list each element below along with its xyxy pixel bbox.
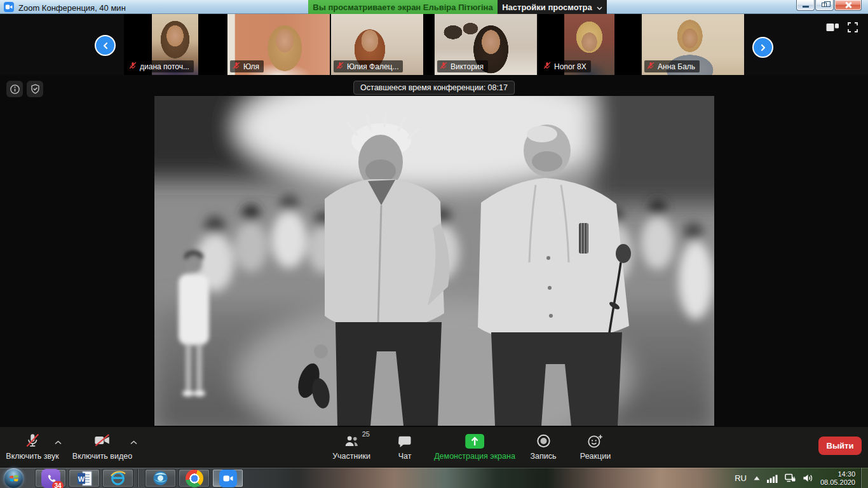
participant-name: Юля	[243, 62, 259, 71]
fullscreen-icon[interactable]	[848, 22, 858, 35]
mic-off-icon	[543, 62, 551, 71]
taskbar-ie-button[interactable]	[102, 469, 133, 487]
participant-tile[interactable]: Юля	[227, 14, 330, 75]
view-settings-label: Настройки просмотра	[502, 3, 592, 12]
participant-tile[interactable]: Виктория	[435, 14, 537, 75]
windows-logo-icon	[8, 472, 20, 485]
triangle-up-icon	[754, 476, 760, 480]
chevron-left-icon	[102, 42, 109, 50]
windows-taskbar: 34 W RU	[0, 467, 868, 488]
video-options-caret[interactable]	[130, 436, 137, 447]
signal-strength-icon[interactable]	[767, 473, 778, 483]
participant-tile[interactable]: Анна Баль	[642, 14, 744, 75]
language-indicator[interactable]: RU	[735, 473, 747, 483]
taskbar-chrome-button[interactable]	[179, 469, 210, 487]
start-video-button[interactable]: Включить видео	[72, 432, 132, 461]
show-desktop-button[interactable]	[860, 468, 868, 488]
chat-button[interactable]: Чат	[397, 432, 412, 461]
share-screen-label: Демонстрация экрана	[434, 452, 515, 461]
veterans-photo	[154, 96, 714, 426]
taskbar-browser-button[interactable]	[145, 469, 176, 487]
participants-icon: 25	[343, 432, 360, 449]
shield-check-icon	[31, 84, 40, 94]
taskbar-word-button[interactable]: W	[69, 469, 100, 487]
mic-off-icon	[24, 432, 41, 449]
mic-off-icon	[336, 62, 344, 71]
tray-clock[interactable]: 14:30 08.05.2020	[820, 470, 855, 487]
taskbar-separator	[137, 469, 138, 487]
zoom-icon	[219, 470, 237, 487]
start-video-label: Включить видео	[72, 452, 132, 461]
volume-icon[interactable]	[803, 473, 813, 483]
chat-label: Чат	[398, 452, 412, 461]
participant-name: Юлия Фалец...	[347, 62, 398, 71]
participants-count: 25	[362, 430, 370, 438]
screen-share-banner: Вы просматриваете экран Ельвіра Пітюгіна	[308, 0, 498, 14]
restore-button[interactable]	[815, 0, 834, 11]
participant-name: Анна Баль	[658, 62, 695, 71]
hidden-icons-caret[interactable]	[754, 476, 760, 480]
participant-name: диана поточ...	[140, 62, 189, 71]
word-icon: W	[76, 470, 93, 487]
mic-off-icon	[647, 62, 654, 71]
tray-time: 14:30	[820, 470, 855, 478]
participant-name: Виктория	[451, 62, 484, 71]
reactions-icon	[587, 432, 604, 449]
participant-tile[interactable]: Honor 8X	[538, 14, 641, 75]
chevron-up-icon	[130, 440, 137, 445]
info-icon	[10, 85, 20, 94]
participants-button[interactable]: 25 Участники	[332, 432, 370, 461]
tray-date: 08.05.2020	[820, 478, 855, 487]
taskbar-viber-button[interactable]: 34	[35, 469, 66, 487]
close-button[interactable]	[834, 0, 862, 11]
shared-screen-area: Оставшееся время конференции: 08:17	[0, 75, 868, 427]
previous-participants-button[interactable]	[95, 35, 116, 56]
leave-meeting-button[interactable]: Выйти	[818, 437, 862, 455]
participant-name: Honor 8X	[554, 62, 587, 71]
chevron-up-icon	[55, 440, 62, 445]
zoom-app-icon	[4, 2, 14, 15]
system-tray: RU 14:30 08.05.2020	[735, 468, 868, 488]
participants-strip: диана поточ... Юля Юлия Фалец... Виктори…	[0, 14, 868, 75]
taskbar-zoom-button[interactable]	[212, 469, 243, 487]
remaining-time-banner: Оставшееся время конференции: 08:17	[353, 81, 515, 95]
shared-screen-photo	[154, 96, 714, 426]
security-button[interactable]	[27, 81, 43, 97]
svg-text:W: W	[78, 475, 85, 482]
mic-off-icon	[233, 62, 240, 71]
next-participants-button[interactable]	[752, 37, 773, 58]
window-titlebar: Zoom Конференция, 40 мин Вы просматривае…	[0, 0, 868, 14]
participant-tile[interactable]: диана поточ...	[124, 14, 226, 75]
record-button[interactable]: Запись	[530, 432, 556, 461]
chevron-right-icon	[759, 44, 767, 51]
reactions-label: Реакции	[580, 452, 611, 461]
mic-off-icon	[129, 62, 137, 71]
mic-off-icon	[440, 62, 447, 71]
participants-label: Участники	[332, 452, 370, 461]
chrome-icon	[186, 470, 203, 487]
start-button[interactable]	[4, 468, 24, 488]
chat-icon	[397, 432, 412, 449]
reactions-button[interactable]: Реакции	[580, 432, 611, 461]
unmute-button[interactable]: Включить звук	[6, 432, 58, 461]
meeting-info-button[interactable]	[6, 81, 23, 97]
browser-icon	[152, 470, 169, 487]
view-settings-dropdown[interactable]: Настройки просмотра	[498, 0, 607, 14]
viber-unread-badge: 34	[52, 481, 63, 488]
meeting-toolbar: Включить звук Включить видео 25 Участник…	[0, 427, 868, 467]
share-screen-button[interactable]: Демонстрация экрана	[434, 432, 515, 461]
record-label: Запись	[530, 452, 556, 461]
record-icon	[536, 432, 551, 449]
unmute-label: Включить звук	[6, 452, 58, 461]
camera-off-icon	[93, 432, 111, 449]
chevron-down-icon	[597, 3, 602, 12]
minimize-button[interactable]	[796, 0, 815, 11]
share-screen-icon	[465, 432, 484, 449]
window-title: Zoom Конференция, 40 мин	[18, 3, 126, 13]
gallery-view-icon[interactable]	[826, 22, 839, 35]
participant-tile[interactable]: Юлия Фалец...	[331, 14, 433, 75]
network-plug-icon[interactable]	[785, 473, 796, 483]
internet-explorer-icon	[109, 470, 126, 487]
audio-options-caret[interactable]	[55, 436, 62, 447]
